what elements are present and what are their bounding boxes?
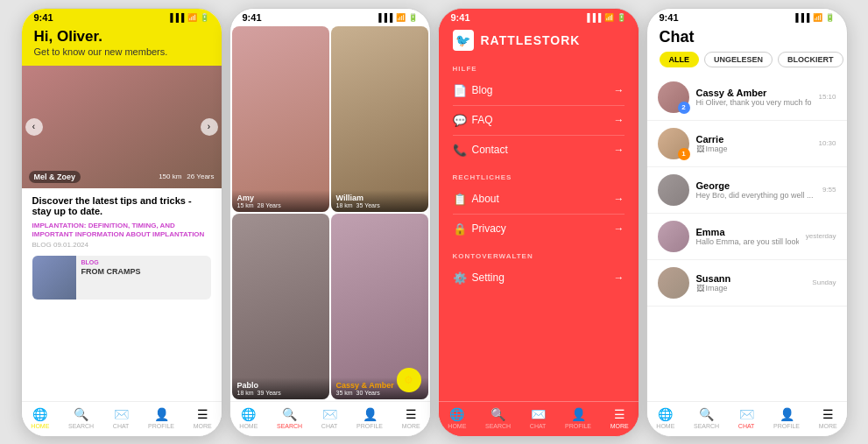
chat-item-emma[interactable]: Emma Hallo Emma, are you still looking? …	[647, 214, 847, 260]
phone-home: 9:41 ▐▐▐ 📶 🔋 Hi, Oliver. Get to know our…	[21, 8, 222, 437]
menu-setting[interactable]: ⚙️ Setting →	[453, 264, 625, 292]
home-label: HOME	[31, 423, 49, 429]
filter-alle[interactable]: ALLE	[660, 52, 700, 67]
blog-text: BLOG FROM CRAMPS	[76, 256, 146, 300]
filter-ungelesen[interactable]: UNGELESEN	[704, 52, 773, 67]
profile-cassy[interactable]: Cassy & Amber 35 km 30 Years ⚙	[331, 214, 428, 399]
status-bar-1: 9:41 ▐▐▐ 📶 🔋	[22, 9, 222, 25]
rechtliches-label: RECHTLICHES	[453, 173, 625, 181]
nav-more-2[interactable]: ☰ MORE	[402, 407, 420, 429]
wifi-icon: 📶	[187, 13, 197, 22]
nav-more-3[interactable]: ☰ MORE	[610, 407, 629, 429]
chat-icon-3: ✉️	[531, 407, 546, 421]
bottom-nav-1: 🌐 HOME 🔍 SEARCH ✉️ CHAT 👤 PROFILE ☰ MORE	[22, 401, 222, 436]
home-icon: 🌐	[32, 407, 47, 421]
menu-contact[interactable]: 📞 Contact →	[453, 136, 625, 165]
nav-search-4[interactable]: 🔍 SEARCH	[694, 407, 719, 429]
profile-william[interactable]: William 18 km 35 Years	[331, 26, 428, 212]
status-bar-4: 9:41 ▐▐▐ 📶 🔋	[647, 9, 847, 25]
section-title: Discover the latest tips and tricks - st…	[32, 195, 211, 216]
nav-profile-2[interactable]: 👤 PROFILE	[356, 407, 383, 429]
chat-preview-susann: 🖼 Image	[696, 284, 806, 292]
wifi-icon-2: 📶	[396, 13, 406, 22]
profile-label: PROFILE	[148, 423, 174, 429]
nav-chat-1[interactable]: ✉️ CHAT	[113, 407, 130, 429]
chat-info-cassy: Cassy & Amber Hi Oliver, thank you very …	[696, 88, 812, 107]
more-icon-2: ☰	[406, 407, 417, 421]
menu-section-rechtliches: RECHTLICHES 📋 About → 🔒 Privacy →	[439, 168, 639, 247]
nav-home-4[interactable]: 🌐 HOME	[656, 407, 674, 429]
more-label-4: MORE	[819, 423, 837, 429]
nav-home-1[interactable]: 🌐 HOME	[31, 407, 49, 429]
faq-text: FAQ	[472, 114, 614, 126]
home-icon-4: 🌐	[658, 407, 673, 421]
nav-profile-3[interactable]: 👤 PROFILE	[565, 407, 591, 429]
nav-home-2[interactable]: 🌐 HOME	[239, 407, 258, 429]
wifi-icon-3: 📶	[604, 13, 614, 22]
filter-button[interactable]: ⚙	[397, 368, 421, 392]
profile-pablo[interactable]: Pablo 18 km 39 Years	[232, 214, 329, 399]
nav-profile-1[interactable]: 👤 PROFILE	[148, 407, 174, 429]
pablo-name: Pablo	[237, 381, 324, 390]
avatar-cassy: 2	[658, 81, 689, 113]
nav-more-4[interactable]: ☰ MORE	[819, 407, 837, 429]
battery-icon-3: 🔋	[617, 13, 626, 22]
chat-name-cassy: Cassy & Amber	[696, 88, 812, 98]
status-icons-2: ▐▐▐ 📶 🔋	[376, 13, 417, 22]
menu-privacy[interactable]: 🔒 Privacy →	[453, 215, 625, 243]
nav-chat-2[interactable]: ✉️ CHAT	[321, 407, 338, 429]
faq-arrow: →	[614, 114, 625, 126]
blog-tag[interactable]: IMPLANTATION: DEFINITION, TIMING, AND IM…	[32, 222, 211, 240]
menu-sections: HILFE 📄 Blog → 💬 FAQ → 📞 Contact →	[439, 60, 639, 401]
nav-search-1[interactable]: 🔍 SEARCH	[68, 407, 94, 429]
status-bar-2: 9:41 ▐▐▐ 📶 🔋	[230, 9, 430, 25]
nav-search-3[interactable]: 🔍 SEARCH	[485, 407, 511, 429]
hero-nav-left[interactable]: ‹	[25, 118, 43, 136]
william-distance: 18 km	[336, 202, 353, 208]
nav-chat-4[interactable]: ✉️ CHAT	[738, 407, 755, 429]
status-icons-3: ▐▐▐ 📶 🔋	[584, 13, 625, 22]
avatar-george	[658, 174, 689, 206]
search-label: SEARCH	[68, 423, 94, 429]
blog-image	[32, 256, 76, 300]
time-3: 9:41	[451, 12, 470, 23]
phone-search: 9:41 ▐▐▐ 📶 🔋 Amy 15 km 28 Years Will	[229, 8, 431, 437]
profile-label-2: PROFILE	[356, 423, 383, 429]
hero-section[interactable]: ‹ › Mel & Zoey 150 km 26 Years	[22, 66, 222, 188]
about-text: About	[472, 193, 614, 205]
chat-item-cassy[interactable]: 2 Cassy & Amber Hi Oliver, thank you ver…	[647, 74, 847, 121]
image-icon-susann: 🖼	[696, 284, 704, 292]
signal-icon-4: ▐▐▐	[793, 13, 809, 22]
chat-time-george: 9:55	[822, 186, 836, 194]
app-logo: 🐦 RATTLESTORK	[439, 25, 639, 60]
chat-name-carrie: Carrie	[696, 134, 812, 144]
time-4: 9:41	[660, 12, 679, 23]
nav-home-3[interactable]: 🌐 HOME	[448, 407, 466, 429]
profile-amy[interactable]: Amy 15 km 28 Years	[232, 26, 329, 212]
blog-preview[interactable]: BLOG FROM CRAMPS	[32, 256, 211, 300]
home-icon-3: 🌐	[449, 407, 464, 421]
chat-item-susann[interactable]: Susann 🖼 Image Sunday	[647, 260, 847, 307]
blog-arrow: →	[614, 84, 625, 96]
menu-about[interactable]: 📋 About →	[453, 185, 625, 215]
menu-faq[interactable]: 💬 FAQ →	[453, 106, 625, 136]
chat-list: 2 Cassy & Amber Hi Oliver, thank you ver…	[647, 74, 847, 401]
phone-menu: 9:41 ▐▐▐ 📶 🔋 🐦 RATTLESTORK HILFE 📄 Blog …	[438, 8, 639, 437]
nav-profile-4[interactable]: 👤 PROFILE	[773, 407, 800, 429]
menu-blog[interactable]: 📄 Blog →	[453, 76, 625, 106]
nav-search-2[interactable]: 🔍 SEARCH	[277, 407, 302, 429]
nav-chat-3[interactable]: ✉️ CHAT	[530, 407, 547, 429]
william-meta: 18 km 35 Years	[336, 202, 423, 208]
hero-nav-right[interactable]: ›	[201, 118, 218, 136]
chat-label-4: CHAT	[738, 423, 755, 429]
nav-more-1[interactable]: ☰ MORE	[194, 407, 212, 429]
chat-time-emma: yesterday	[806, 232, 836, 240]
chat-item-carrie[interactable]: 1 Carrie 🖼 Image 10:30	[647, 121, 847, 167]
phone-chat: 9:41 ▐▐▐ 📶 🔋 Chat ALLE UNGELESEN BLOCKIE…	[646, 8, 848, 437]
profile-icon-4: 👤	[780, 407, 794, 421]
contact-text: Contact	[472, 144, 614, 156]
battery-icon-4: 🔋	[825, 13, 835, 22]
blog-icon: 📄	[453, 84, 472, 97]
filter-blockiert[interactable]: BLOCKIERT	[778, 52, 843, 67]
chat-item-george[interactable]: George Hey Bro, did everything go well .…	[647, 167, 847, 214]
